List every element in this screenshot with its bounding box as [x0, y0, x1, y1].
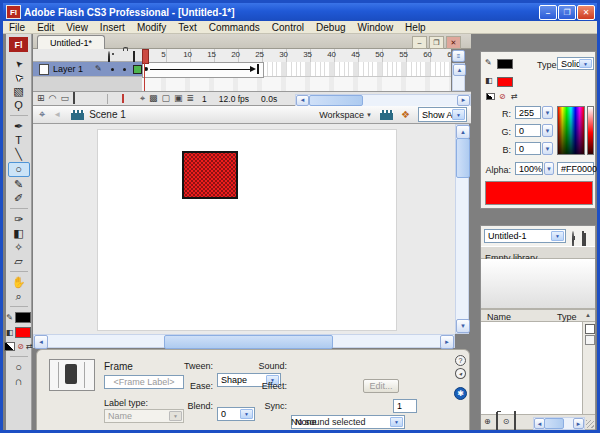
fill-color-swatch[interactable] — [15, 327, 31, 338]
timeline-frames-area[interactable]: 15101520253035404550556065 — [142, 49, 451, 91]
green-channel-arrow[interactable]: ▼ — [542, 124, 553, 137]
onion-skin-icon[interactable]: ▩ — [149, 94, 158, 103]
doc-restore-button[interactable]: ❐ — [429, 36, 444, 49]
timeline-scroll-right-arrow[interactable]: ► — [457, 95, 470, 106]
zoom-dropdown-arrow[interactable]: ▼ — [452, 109, 465, 120]
maximize-button[interactable]: ❐ — [558, 5, 576, 20]
scene-name[interactable]: Scene 1 — [89, 109, 126, 120]
red-channel-arrow[interactable]: ▼ — [542, 106, 553, 119]
timeline-ruler[interactable]: 15101520253035404550556065 — [142, 49, 451, 63]
stage-canvas[interactable] — [97, 129, 397, 331]
object-drawing-option[interactable]: ○ — [9, 361, 29, 374]
doc-close-button[interactable]: ✕ — [446, 36, 461, 49]
onion-skin-outlines-icon[interactable]: ▢ — [162, 94, 171, 103]
delete-item-icon[interactable] — [514, 413, 516, 431]
item-properties-icon[interactable]: ⊙ — [503, 418, 510, 426]
cp-fill-bucket-icon[interactable]: ◧ — [485, 77, 493, 85]
center-frame-icon[interactable]: ⌖ — [140, 94, 145, 103]
edit-sound-button[interactable]: Edit... — [363, 379, 399, 393]
no-color-icon[interactable]: ⊘ — [17, 343, 24, 351]
color-preview-swatch[interactable] — [485, 181, 593, 205]
timeline-toggle-icon[interactable]: ⌖ — [39, 108, 45, 121]
stroke-color-control[interactable]: ✎ — [6, 312, 31, 323]
cp-default-colors-icon[interactable] — [486, 93, 495, 100]
timeline-scroll-up-arrow[interactable]: ▲ — [453, 64, 466, 76]
shape-tween-span[interactable] — [142, 62, 264, 78]
library-item-list[interactable] — [481, 322, 582, 414]
ink-bottle-tool[interactable]: ✑ — [9, 213, 29, 226]
add-motion-guide-icon[interactable]: ◠ — [49, 94, 57, 103]
pen-tool[interactable]: ✒ — [9, 120, 29, 133]
line-tool[interactable]: ╲ — [9, 148, 29, 161]
library-narrow-view-button[interactable] — [585, 335, 595, 345]
library-scrollbar-thumb[interactable] — [544, 418, 564, 429]
blue-channel-input[interactable]: 0 — [515, 142, 541, 155]
sort-order-icon[interactable]: ▲ — [585, 312, 591, 318]
document-tab[interactable]: Untitled-1* — [37, 35, 105, 50]
frame-view-menu-button[interactable]: ≡ — [452, 50, 465, 62]
swap-colors-icon[interactable]: ⇄ — [26, 343, 33, 351]
timeline-vertical-scrollbar[interactable]: ▲ — [452, 63, 465, 91]
stroke-color-swatch[interactable] — [15, 312, 31, 323]
layer-lock-dot[interactable] — [123, 68, 126, 71]
library-name-column[interactable]: Name — [487, 312, 511, 322]
library-type-column[interactable]: Type — [557, 312, 577, 322]
menu-debug[interactable]: Debug — [310, 22, 351, 33]
new-symbol-icon[interactable]: ⊕ — [484, 418, 491, 426]
hex-color-input[interactable]: #FF0000 — [557, 162, 594, 175]
panel-menu-icon[interactable]: ➤ — [453, 366, 469, 382]
fill-color-control[interactable]: ◧ — [6, 327, 32, 338]
resize-grip[interactable] — [586, 420, 594, 428]
cp-swap-colors-icon[interactable]: ⇄ — [511, 93, 518, 101]
stage-vertical-scrollbar[interactable]: ▲ ▼ — [455, 124, 469, 334]
brightness-strip[interactable] — [587, 106, 594, 155]
library-horizontal-scrollbar[interactable]: ◄ ► — [533, 417, 585, 430]
menu-modify[interactable]: Modify — [131, 22, 172, 33]
menu-control[interactable]: Control — [266, 22, 310, 33]
cp-fill-swatch[interactable] — [497, 77, 513, 87]
menu-window[interactable]: Window — [352, 22, 400, 33]
stage-vscrollbar-thumb[interactable] — [456, 138, 470, 178]
green-channel-input[interactable]: 0 — [515, 124, 541, 137]
library-document-select[interactable]: Untitled-1▼ — [484, 229, 566, 243]
menu-commands[interactable]: Commands — [203, 22, 266, 33]
timeline-horizontal-scrollbar[interactable]: ◄ ► — [295, 94, 471, 107]
player-info-icon[interactable]: ✱ — [454, 387, 467, 400]
blue-channel-arrow[interactable]: ▼ — [542, 142, 553, 155]
zoom-tool[interactable]: ⌕ — [9, 290, 29, 303]
cp-stroke-swatch[interactable] — [497, 59, 513, 69]
minimize-button[interactable]: – — [539, 5, 557, 20]
red-channel-input[interactable]: 255 — [515, 106, 541, 119]
default-colors-icon[interactable] — [4, 342, 15, 351]
pencil-tool[interactable]: ✎ — [9, 178, 29, 191]
eraser-tool[interactable]: ▱ — [9, 255, 29, 268]
label-type-select[interactable]: Name▼ — [104, 409, 184, 423]
cp-no-color-icon[interactable]: ⊘ — [499, 93, 506, 101]
stage-scroll-up-arrow[interactable]: ▲ — [456, 125, 470, 139]
modify-onion-markers-icon[interactable]: ≣ — [187, 94, 195, 103]
back-arrow-icon[interactable]: ◄ — [53, 110, 61, 119]
layer-visible-dot[interactable] — [111, 68, 114, 71]
title-bar[interactable]: Fl Adobe Flash CS3 Professional - [Untit… — [3, 3, 597, 21]
layer-name[interactable]: Layer 1 — [53, 64, 95, 74]
stage-pasteboard[interactable] — [33, 124, 455, 334]
stage-scroll-right-arrow[interactable]: ► — [440, 335, 454, 349]
library-wide-view-button[interactable] — [585, 324, 595, 334]
menu-text[interactable]: Text — [172, 22, 202, 33]
frame-rate[interactable]: 12.0 fps — [219, 94, 249, 104]
stage-scroll-left-arrow[interactable]: ◄ — [34, 335, 48, 349]
menu-help[interactable]: Help — [399, 22, 432, 33]
menu-insert[interactable]: Insert — [94, 22, 131, 33]
layer-outline-color-swatch[interactable] — [133, 65, 142, 74]
library-scroll-right-arrow[interactable]: ► — [573, 418, 584, 429]
lasso-tool[interactable]: Ϙ — [9, 99, 29, 112]
library-column-header[interactable]: Name Type ▲ — [481, 309, 595, 322]
edit-scene-icon[interactable] — [380, 110, 393, 120]
menu-file[interactable]: File — [3, 22, 31, 33]
alpha-input[interactable]: 100% — [515, 162, 543, 175]
oval-tool[interactable]: ○ — [8, 162, 30, 177]
timeline-layer-row[interactable]: Layer 1 ✎ — [33, 62, 142, 76]
selected-red-rectangle[interactable] — [182, 151, 238, 199]
timeline-scroll-left-arrow[interactable]: ◄ — [296, 95, 309, 106]
edit-symbols-icon[interactable]: ❖ — [401, 109, 410, 120]
